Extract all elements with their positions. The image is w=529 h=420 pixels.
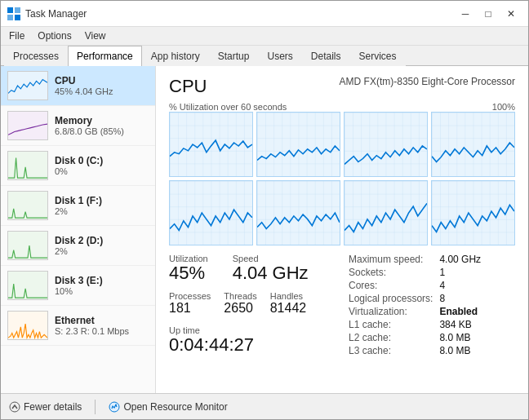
virt-label: Virtualization: bbox=[349, 306, 433, 317]
cpu-graph-6 bbox=[256, 180, 340, 245]
maximize-button[interactable]: □ bbox=[478, 6, 499, 22]
cpu-graph-7 bbox=[344, 180, 428, 245]
svg-rect-15 bbox=[432, 113, 514, 176]
tab-performance[interactable]: Performance bbox=[68, 46, 142, 66]
utilization-value: 45% bbox=[169, 263, 208, 283]
disk2-info: Disk 2 (D:) 2% bbox=[55, 235, 149, 256]
tab-processes[interactable]: Processes bbox=[4, 46, 68, 66]
cpu-title: CPU bbox=[55, 75, 149, 86]
sockets-value: 1 bbox=[439, 267, 515, 278]
title-bar-left: Task Manager bbox=[7, 7, 87, 20]
cores-label: Cores: bbox=[349, 280, 433, 291]
tab-users[interactable]: Users bbox=[258, 46, 301, 66]
graph-label-row: % Utilization over 60 seconds 100% bbox=[169, 102, 515, 112]
sidebar-item-ethernet[interactable]: Ethernet S: 2.3 R: 0.1 Mbps bbox=[1, 306, 155, 346]
threads-group: Threads 2650 bbox=[224, 291, 256, 316]
cpu-graph-4 bbox=[431, 112, 515, 177]
graph-label: % Utilization over 60 seconds bbox=[169, 102, 287, 112]
cores-value: 4 bbox=[439, 280, 515, 291]
disk2-thumb bbox=[7, 231, 48, 260]
tab-apphistory[interactable]: App history bbox=[142, 46, 209, 66]
svg-rect-17 bbox=[257, 181, 340, 245]
graph-label-right: 100% bbox=[492, 102, 515, 112]
ethernet-info: Ethernet S: 2.3 R: 0.1 Mbps bbox=[55, 315, 149, 336]
disk3-thumb bbox=[7, 271, 48, 300]
disk1-title: Disk 1 (F:) bbox=[55, 195, 149, 206]
logical-label: Logical processors: bbox=[349, 293, 433, 304]
ethernet-sub: S: 2.3 R: 0.1 Mbps bbox=[55, 326, 149, 336]
logical-value: 8 bbox=[439, 293, 515, 304]
sidebar-item-disk2[interactable]: Disk 2 (D:) 2% bbox=[1, 226, 155, 266]
disk2-sub: 2% bbox=[55, 246, 149, 256]
cpu-sub: 45% 4.04 GHz bbox=[55, 86, 149, 96]
ethernet-thumb bbox=[7, 311, 48, 340]
memory-info: Memory 6.8/8.0 GB (85%) bbox=[55, 115, 149, 136]
svg-rect-14 bbox=[345, 113, 427, 176]
svg-point-20 bbox=[10, 402, 20, 412]
task-manager-window: Task Manager ─ □ ✕ File Options View Pro… bbox=[0, 0, 529, 420]
threads-value: 2650 bbox=[224, 301, 256, 316]
sidebar: CPU 45% 4.04 GHz Memory 6.8/8.0 GB (85%) bbox=[1, 66, 156, 393]
title-bar-controls: ─ □ ✕ bbox=[455, 6, 522, 22]
uptime-group: Up time 0:04:44:27 bbox=[169, 325, 332, 355]
svg-rect-13 bbox=[257, 113, 340, 176]
l1-value: 384 KB bbox=[439, 319, 515, 330]
tab-services[interactable]: Services bbox=[350, 46, 406, 66]
chevron-up-icon bbox=[9, 401, 20, 413]
memory-title: Memory bbox=[55, 115, 149, 126]
l2-label: L2 cache: bbox=[349, 332, 433, 343]
fewer-details-button[interactable]: Fewer details bbox=[9, 401, 82, 413]
speed-group: Speed 4.04 GHz bbox=[233, 254, 309, 283]
menu-file[interactable]: File bbox=[4, 29, 29, 43]
disk3-title: Disk 3 (E:) bbox=[55, 275, 149, 286]
footer-divider bbox=[95, 400, 96, 414]
sidebar-item-memory[interactable]: Memory 6.8/8.0 GB (85%) bbox=[1, 106, 155, 146]
tab-details[interactable]: Details bbox=[302, 46, 350, 66]
max-speed-label: Maximum speed: bbox=[349, 254, 433, 265]
detail-title: CPU bbox=[169, 76, 207, 97]
sidebar-item-disk0[interactable]: Disk 0 (C:) 0% bbox=[1, 146, 155, 186]
ethernet-title: Ethernet bbox=[55, 315, 149, 326]
utilization-group: Utilization 45% bbox=[169, 254, 208, 283]
svg-rect-5 bbox=[8, 112, 47, 139]
stats-right: Maximum speed: 4.00 GHz Sockets: 1 Cores… bbox=[349, 254, 515, 356]
threads-label: Threads bbox=[224, 291, 256, 301]
footer: Fewer details Open Resource Monitor bbox=[1, 393, 528, 419]
l1-label: L1 cache: bbox=[349, 319, 433, 330]
svg-rect-0 bbox=[7, 7, 13, 13]
menu-view[interactable]: View bbox=[80, 29, 111, 43]
sidebar-item-disk3[interactable]: Disk 3 (E:) 10% bbox=[1, 266, 155, 306]
tab-bar: Processes Performance App history Startu… bbox=[1, 46, 528, 66]
l2-value: 8.0 MB bbox=[439, 332, 515, 343]
svg-rect-10 bbox=[8, 312, 47, 339]
menu-options[interactable]: Options bbox=[33, 29, 76, 43]
minimize-button[interactable]: ─ bbox=[455, 6, 476, 22]
l3-value: 8.0 MB bbox=[439, 345, 515, 356]
speed-value: 4.04 GHz bbox=[233, 263, 309, 283]
sockets-label: Sockets: bbox=[349, 267, 433, 278]
sidebar-item-cpu[interactable]: CPU 45% 4.04 GHz bbox=[1, 66, 155, 106]
fewer-details-label: Fewer details bbox=[24, 401, 82, 413]
handles-label: Handles bbox=[270, 291, 307, 301]
detail-subtitle: AMD FX(tm)-8350 Eight-Core Processor bbox=[340, 76, 515, 87]
window-title: Task Manager bbox=[25, 8, 87, 20]
app-icon bbox=[7, 7, 20, 20]
disk1-info: Disk 1 (F:) 2% bbox=[55, 195, 149, 216]
cpu-thumb bbox=[7, 71, 48, 100]
title-bar: Task Manager ─ □ ✕ bbox=[1, 1, 528, 27]
resource-monitor-button[interactable]: Open Resource Monitor bbox=[109, 401, 227, 413]
sidebar-item-disk1[interactable]: Disk 1 (F:) 2% bbox=[1, 186, 155, 226]
svg-rect-3 bbox=[15, 15, 20, 20]
virt-value: Enabled bbox=[439, 306, 515, 317]
memory-thumb bbox=[7, 111, 48, 140]
svg-rect-16 bbox=[170, 181, 252, 245]
svg-rect-7 bbox=[8, 192, 47, 219]
graphs-row-1 bbox=[169, 112, 515, 177]
tab-startup[interactable]: Startup bbox=[209, 46, 259, 66]
detail-panel: CPU AMD FX(tm)-8350 Eight-Core Processor… bbox=[156, 66, 528, 393]
processes-group: Processes 181 bbox=[169, 291, 211, 316]
disk1-thumb bbox=[7, 191, 48, 220]
menu-bar: File Options View bbox=[1, 27, 528, 46]
close-button[interactable]: ✕ bbox=[500, 6, 522, 22]
uptime-label: Up time bbox=[169, 325, 332, 335]
